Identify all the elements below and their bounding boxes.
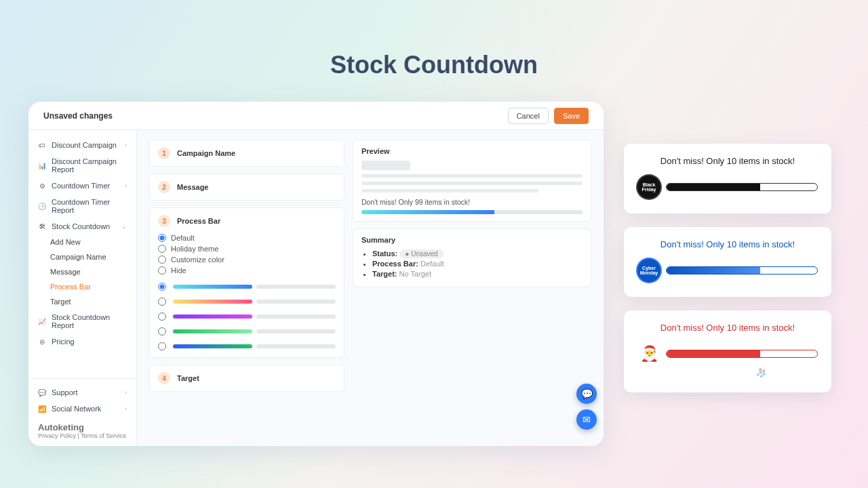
- color-option-2[interactable]: [158, 298, 336, 306]
- sidebar-item-label: Countdown Timer: [52, 182, 110, 190]
- cyber-monday-badge: Cyber Monday: [637, 259, 660, 282]
- page-title: Stock Countdown: [0, 0, 868, 100]
- preview-progress-bar: [361, 210, 583, 214]
- color-option-4[interactable]: [158, 327, 336, 336]
- chevron-right-icon: ›: [125, 389, 127, 396]
- color-option-1[interactable]: [158, 283, 336, 291]
- summary-card: Summary Status: ● Unsaved Process Bar: D…: [353, 228, 591, 287]
- sidebar-item-label: Discount Campaign: [52, 141, 117, 149]
- sidebar-item-label: Discount Campaign Report: [52, 157, 127, 174]
- sidebar-item-label: Countdown Timer Report: [52, 198, 127, 214]
- sidebar-item-discount-campaign[interactable]: 🏷 Discount Campaign ›: [28, 137, 136, 153]
- preview-title: Preview: [361, 147, 583, 155]
- radio-label: Customize color: [171, 256, 224, 264]
- main-panel: 1 Campaign Name 2 Message 3 Process Bar: [137, 130, 604, 446]
- sidebar-sub-message[interactable]: Message: [50, 264, 136, 279]
- chat-icon: 💬: [38, 388, 46, 396]
- chevron-right-icon: ›: [125, 142, 127, 148]
- sidebar: 🏷 Discount Campaign › 📊 Discount Campaig…: [28, 130, 137, 446]
- sidebar-item-stock-countdown[interactable]: 🛠 Stock Countdown ⌄: [28, 218, 136, 235]
- step-number: 1: [158, 147, 170, 159]
- report-icon: 📊: [38, 161, 46, 169]
- stocking-icon: 🧦: [637, 368, 818, 378]
- tag-icon: 🏷: [38, 141, 46, 149]
- sidebar-item-support[interactable]: 💬 Support ›: [28, 384, 136, 401]
- step-label: Target: [177, 374, 199, 382]
- demo-christmas: Don't miss! Only 10 items in stock! 🎅 🧦: [624, 310, 831, 392]
- preview-card: Preview Don't miss! Only 99 items in sto…: [353, 140, 591, 222]
- messenger-icon: ✉: [583, 414, 591, 425]
- sidebar-item-label: Stock Countdown Report: [52, 313, 127, 329]
- sidebar-item-label: Pricing: [52, 338, 75, 346]
- step-label: Process Bar: [177, 217, 220, 225]
- color-option-5[interactable]: [158, 342, 336, 350]
- radio-label: Default: [171, 234, 195, 242]
- sidebar-item-countdown-timer[interactable]: ⚙ Countdown Timer ›: [28, 178, 136, 194]
- radio-hide[interactable]: Hide: [158, 266, 336, 274]
- demo-text: Don't miss! Only 10 items in stock!: [637, 156, 818, 166]
- step-label: Campaign Name: [177, 149, 235, 157]
- sidebar-item-social[interactable]: 📶 Social Network ›: [28, 401, 136, 417]
- sidebar-sub-add-new[interactable]: Add New: [50, 235, 136, 249]
- demo-previews: Don't miss! Only 10 items in stock! Blac…: [624, 144, 831, 392]
- sidebar-sub-campaign-name[interactable]: Campaign Name: [50, 249, 136, 264]
- chat-fab[interactable]: 💬: [576, 384, 597, 404]
- demo-text: Don't miss! Only 10 items in stock!: [637, 323, 818, 333]
- black-friday-badge: Black Friday: [637, 176, 660, 199]
- chevron-right-icon: ›: [125, 405, 127, 412]
- chart-icon: 📈: [38, 317, 46, 325]
- demo-progress-bar: [666, 350, 818, 358]
- radio-holiday[interactable]: Holiday theme: [158, 245, 336, 253]
- santa-icon: 🎅: [637, 342, 660, 365]
- demo-text: Don't miss! Only 10 items in stock!: [637, 239, 818, 249]
- tools-icon: 🛠: [38, 222, 46, 230]
- summary-status: Status: ● Unsaved: [372, 249, 583, 258]
- color-options: [158, 283, 336, 350]
- messenger-fab[interactable]: ✉: [576, 409, 597, 430]
- summary-target: Target: No Target: [372, 270, 583, 278]
- radio-custom[interactable]: Customize color: [158, 256, 336, 264]
- radio-label: Hide: [171, 266, 186, 274]
- summary-title: Summary: [361, 236, 583, 244]
- step-message[interactable]: 2 Message: [149, 174, 344, 201]
- sidebar-item-stock-report[interactable]: 📈 Stock Countdown Report: [28, 309, 136, 333]
- brand-links[interactable]: Privacy Policy | Terms of Service: [38, 432, 127, 439]
- demo-black-friday: Don't miss! Only 10 items in stock! Blac…: [624, 144, 831, 214]
- sidebar-item-discount-report[interactable]: 📊 Discount Campaign Report: [28, 153, 136, 178]
- topbar: Unsaved changes Cancel Save: [28, 102, 604, 130]
- chevron-right-icon: ›: [125, 182, 127, 189]
- step-number: 2: [158, 181, 170, 193]
- brand-footer: Autoketing Privacy Policy | Terms of Ser…: [28, 417, 136, 439]
- gear-icon: ⚙: [38, 182, 46, 190]
- sidebar-item-label: Support: [52, 388, 78, 396]
- clock-icon: 🕒: [38, 202, 46, 210]
- chevron-down-icon: ⌄: [121, 223, 127, 230]
- step-label: Message: [177, 183, 208, 191]
- demo-progress-bar: [666, 266, 818, 274]
- step-campaign-name[interactable]: 1 Campaign Name: [149, 140, 344, 167]
- sidebar-item-label: Social Network: [52, 405, 101, 413]
- demo-cyber-monday: Don't miss! Only 10 items in stock! Cybe…: [624, 227, 831, 297]
- step-target[interactable]: 4 Target: [149, 365, 344, 392]
- sidebar-sub-target[interactable]: Target: [50, 294, 136, 309]
- step-number: 4: [158, 372, 170, 384]
- rss-icon: 📶: [38, 405, 46, 413]
- radio-label: Holiday theme: [171, 245, 218, 253]
- step-process-bar: 3 Process Bar Default Holiday theme Cust…: [149, 207, 344, 358]
- brand-name: Autoketing: [38, 422, 127, 432]
- sidebar-item-pricing[interactable]: ⊜ Pricing: [28, 333, 136, 350]
- preview-message: Don't miss! Only 99 items in stock!: [361, 198, 583, 206]
- sidebar-sublist: Add New Campaign Name Message Process Ba…: [28, 235, 136, 309]
- sidebar-item-countdown-report[interactable]: 🕒 Countdown Timer Report: [28, 194, 136, 218]
- radio-default[interactable]: Default: [158, 234, 336, 242]
- demo-progress-bar: [666, 183, 818, 191]
- cancel-button[interactable]: Cancel: [508, 108, 549, 124]
- dollar-icon: ⊜: [38, 338, 46, 346]
- unsaved-changes-label: Unsaved changes: [43, 111, 113, 121]
- color-option-3[interactable]: [158, 312, 336, 321]
- summary-process: Process Bar: Default: [372, 260, 583, 268]
- sidebar-item-label: Stock Countdown: [52, 222, 110, 230]
- sidebar-sub-process-bar[interactable]: Process Bar: [50, 279, 136, 294]
- step-number: 3: [158, 215, 170, 227]
- save-button[interactable]: Save: [554, 108, 589, 124]
